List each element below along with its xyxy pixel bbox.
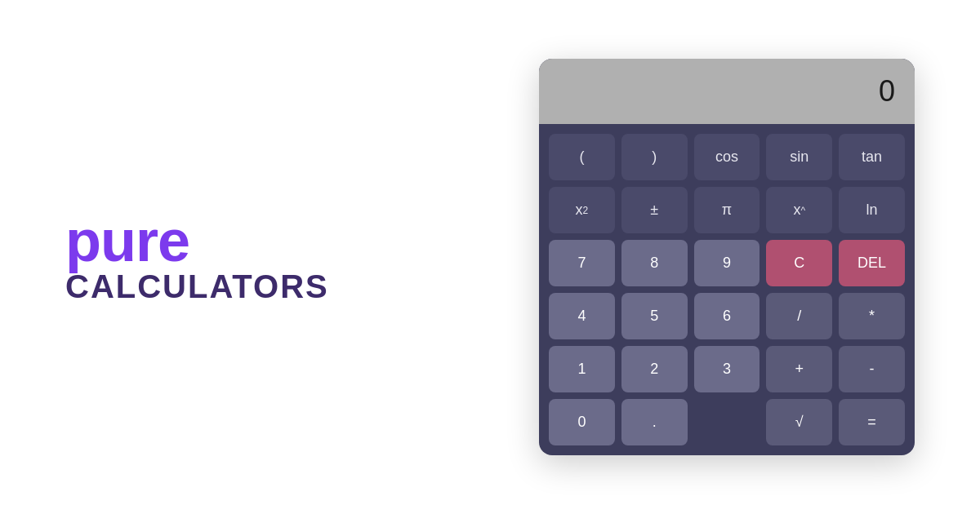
plus-button[interactable]: + (766, 346, 832, 392)
six-button[interactable]: 6 (694, 293, 760, 339)
two-button[interactable]: 2 (621, 346, 688, 392)
open-paren-button[interactable]: ( (549, 134, 615, 180)
ln-button[interactable]: ln (839, 187, 905, 233)
logo: pure CALCULATORS (65, 211, 329, 303)
tan-button[interactable]: tan (839, 134, 905, 180)
one-button[interactable]: 1 (549, 346, 615, 392)
display: 0 (539, 59, 915, 124)
display-value: 0 (879, 74, 895, 109)
minus-button[interactable]: - (839, 346, 905, 392)
buttons-grid: ()cossintanx2±πx^ln789CDEL456/*123+-0.√= (539, 124, 915, 455)
pi-button[interactable]: π (694, 187, 760, 233)
sin-button[interactable]: sin (766, 134, 832, 180)
eight-button[interactable]: 8 (621, 240, 688, 286)
equals-button[interactable]: = (839, 399, 905, 445)
zero-button[interactable]: 0 (549, 399, 615, 445)
seven-button[interactable]: 7 (549, 240, 615, 286)
logo-pure: pure (65, 211, 329, 270)
decimal-button[interactable]: . (621, 399, 688, 445)
nine-button[interactable]: 9 (694, 240, 760, 286)
multiply-button[interactable]: * (839, 293, 905, 339)
close-paren-button[interactable]: ) (621, 134, 688, 180)
four-button[interactable]: 4 (549, 293, 615, 339)
three-button[interactable]: 3 (694, 346, 760, 392)
cos-button[interactable]: cos (694, 134, 760, 180)
calculator: 0 ()cossintanx2±πx^ln789CDEL456/*123+-0.… (539, 59, 915, 455)
square-button[interactable]: x2 (549, 187, 615, 233)
five-button[interactable]: 5 (621, 293, 688, 339)
logo-calculators: CALCULATORS (65, 270, 329, 303)
clear-button[interactable]: C (766, 240, 832, 286)
divide-button[interactable]: / (766, 293, 832, 339)
power-button[interactable]: x^ (766, 187, 832, 233)
plus-minus-button[interactable]: ± (621, 187, 688, 233)
empty1-button (694, 399, 760, 445)
delete-button[interactable]: DEL (839, 240, 905, 286)
sqrt-button[interactable]: √ (766, 399, 832, 445)
